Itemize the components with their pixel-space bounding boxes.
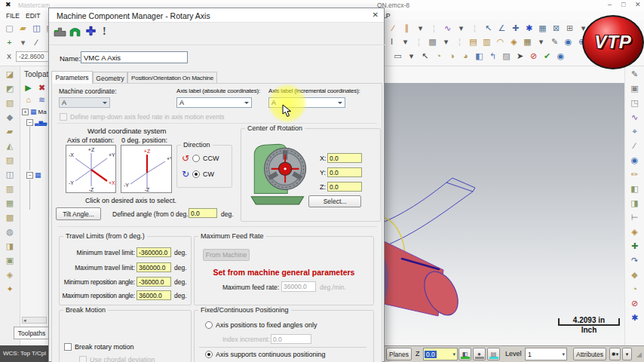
- center-x-field[interactable]: 0.0: [327, 153, 362, 163]
- bounding-box-icon[interactable]: ◳: [629, 97, 640, 109]
- trim-icon[interactable]: ⊢: [629, 212, 640, 223]
- toolpath-tool-icon[interactable]: ◈: [5, 269, 16, 281]
- toolpath-tool-icon[interactable]: ▧: [5, 97, 16, 109]
- select-all-operations-icon[interactable]: ▶: [23, 82, 34, 94]
- axis-minus-y-label[interactable]: -Y: [69, 180, 74, 186]
- regen-all-icon[interactable]: ✱: [629, 312, 640, 324]
- max-travel-limit-field[interactable]: 360000.0: [136, 262, 171, 272]
- center-z-field[interactable]: 0.0: [327, 182, 362, 192]
- revolve-icon[interactable]: ◔: [629, 284, 640, 295]
- break-rotary-motion-row[interactable]: Break rotary motion: [64, 343, 134, 351]
- ccw-radio[interactable]: [192, 155, 200, 162]
- planes-button[interactable]: Planes: [386, 348, 412, 360]
- window-select-icon[interactable]: ▭: [392, 51, 403, 62]
- dialog-titlebar[interactable]: Machine Component Manager - Rotary Axis …: [49, 8, 384, 23]
- fillet-icon[interactable]: ◈: [629, 226, 640, 238]
- scroll-left-icon[interactable]: ◂: [23, 318, 26, 324]
- solid-sweep-icon[interactable]: ◕: [460, 51, 471, 62]
- rotate-icon[interactable]: ↷: [629, 255, 640, 266]
- grid-icon[interactable]: ▦: [537, 23, 548, 34]
- fixed-angles-radio-row[interactable]: Axis positions to fixed angles only: [205, 321, 317, 330]
- select-none-icon[interactable]: ✖: [36, 82, 48, 94]
- toolpath-tool-icon[interactable]: ◍: [5, 226, 16, 238]
- x-coordinate-field[interactable]: -22.8600: [16, 51, 51, 62]
- render-icon[interactable]: ▨: [501, 51, 512, 62]
- toolpath-tool-icon[interactable]: ◭: [5, 140, 16, 152]
- chevron-down-icon[interactable]: ▾: [562, 351, 565, 357]
- toolpath-tool-icon[interactable]: ▥: [5, 183, 16, 195]
- snap-settings-button[interactable]: ✱▾: [609, 348, 621, 360]
- z-depth-combo[interactable]: 0.0 ▾: [423, 348, 458, 360]
- axis-of-rotation-selector[interactable]: +Z -Z -X +Y -Y +X: [66, 145, 116, 193]
- continuous-radio-row[interactable]: Axis supports continuous positioning: [205, 351, 326, 359]
- horizontal-scrollbar[interactable]: ◂: [22, 317, 47, 324]
- target-icon[interactable]: ◉: [563, 36, 574, 48]
- lock-icon[interactable]: ⌂: [23, 94, 34, 106]
- tab-position-orientation[interactable]: Position/Orientation On Machine: [127, 72, 217, 84]
- dropdown-icon[interactable]: ▾: [400, 36, 411, 48]
- tilt-angle-button[interactable]: Tilt Angle...: [56, 207, 101, 220]
- accept-icon[interactable]: ✔: [541, 51, 553, 62]
- curve-icon[interactable]: ∿: [629, 112, 640, 123]
- parallel-line-icon[interactable]: ∥: [401, 23, 412, 34]
- statusbar-more-button[interactable]: ▾: [622, 348, 632, 360]
- toolpath-tool-icon[interactable]: ◫: [5, 169, 16, 180]
- view-icon[interactable]: ◧: [474, 51, 485, 62]
- level-combo[interactable]: 1 ▾: [525, 348, 567, 360]
- pointer-icon[interactable]: ↖: [419, 51, 431, 62]
- warning-icon[interactable]: !: [103, 26, 106, 38]
- axis-plus-y-label[interactable]: +Y: [109, 152, 115, 158]
- new-file-icon[interactable]: ▢: [4, 23, 15, 34]
- dropdown-icon[interactable]: ▾: [415, 23, 426, 34]
- toolpath-tool-icon[interactable]: ◆: [5, 112, 16, 123]
- tree-row-toolpath-group[interactable]: − ▦: [26, 171, 41, 179]
- minimize-button[interactable]: –: [608, 1, 612, 8]
- clamp-component-icon[interactable]: [69, 26, 81, 38]
- line-tool-icon[interactable]: ∕: [629, 140, 640, 152]
- collapse-icon[interactable]: −: [26, 119, 33, 126]
- zero-pos-minus-y-label[interactable]: -Y: [124, 183, 129, 188]
- solid-icon[interactable]: ◧: [629, 183, 640, 195]
- bounds-icon[interactable]: ⊠: [550, 23, 562, 34]
- menu-edit[interactable]: EDIT: [26, 12, 40, 20]
- maximize-button[interactable]: □: [621, 1, 625, 8]
- help-icon[interactable]: ◉: [555, 51, 566, 62]
- text-icon[interactable]: I: [386, 36, 397, 48]
- net-surface-icon[interactable]: ◈: [508, 36, 520, 48]
- ccw-radio-row[interactable]: ↺ CCW: [182, 154, 219, 163]
- edit-icon[interactable]: ✎: [549, 36, 560, 48]
- cw-radio-row[interactable]: ↻ CW: [182, 170, 214, 179]
- burst-icon[interactable]: ✱: [523, 23, 535, 34]
- dropdown-icon[interactable]: ▾: [535, 36, 547, 48]
- create-line-icon[interactable]: ∕: [31, 37, 42, 48]
- axis-label-incremental-combo[interactable]: A: [268, 97, 345, 108]
- axis-minus-x-label[interactable]: -X: [69, 152, 74, 158]
- solid-revolve-icon[interactable]: ◑: [446, 51, 458, 62]
- toolpath-tool-icon[interactable]: ▰: [5, 126, 16, 137]
- spline-icon[interactable]: ∿: [442, 23, 453, 34]
- machine-base-icon[interactable]: [54, 26, 66, 38]
- toolpath-tool-icon[interactable]: ◪: [5, 69, 16, 80]
- fixed-angles-radio[interactable]: [205, 321, 213, 329]
- angle-icon[interactable]: ∠: [496, 23, 508, 34]
- hatch-icon[interactable]: ▩: [427, 36, 438, 48]
- toolpath-tool-icon[interactable]: ◨: [5, 241, 16, 252]
- toolpath-tool-icon[interactable]: ▣: [5, 255, 16, 266]
- axis-plus-z-label[interactable]: +Z: [88, 147, 95, 152]
- line-icon[interactable]: ∕: [388, 23, 399, 34]
- axis-label-absolute-combo[interactable]: A: [176, 97, 252, 108]
- toolpath-tool-icon[interactable]: ▨: [5, 155, 16, 166]
- analyze-icon[interactable]: ↖: [483, 23, 494, 34]
- delete-icon[interactable]: ⊘: [629, 298, 640, 309]
- add-icon[interactable]: ✚: [629, 241, 640, 252]
- surface-icon[interactable]: ▤: [468, 36, 479, 48]
- zero-pos-plus-y-label[interactable]: +Y: [167, 156, 171, 161]
- continuous-radio[interactable]: [205, 351, 213, 358]
- dropdown-icon[interactable]: ▾: [440, 36, 452, 48]
- dialog-close-button[interactable]: ✕: [373, 11, 379, 19]
- collapse-icon[interactable]: −: [26, 172, 33, 179]
- dropdown-icon[interactable]: ▾: [455, 23, 467, 34]
- break-rotary-motion-checkbox[interactable]: [64, 343, 72, 351]
- min-reposition-angle-field[interactable]: -36000.0: [136, 277, 171, 287]
- attributes-button[interactable]: Attributes: [573, 348, 606, 360]
